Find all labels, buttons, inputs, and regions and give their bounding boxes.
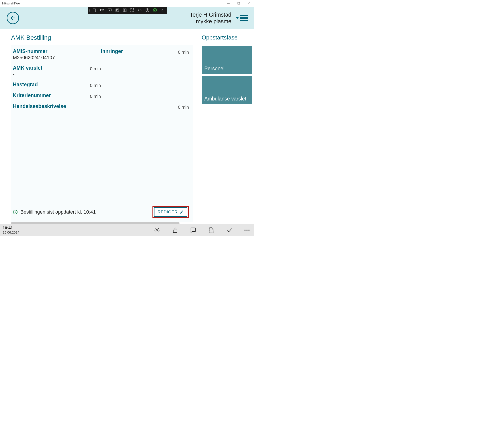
window-controls (223, 0, 254, 7)
clock-date: 25.06.2024 (3, 231, 19, 234)
edit-button[interactable]: REDIGER (154, 207, 187, 217)
settings-button[interactable] (154, 227, 160, 233)
svg-point-14 (153, 9, 157, 12)
chat-icon (190, 227, 196, 233)
lock-button[interactable] (172, 227, 179, 233)
user-name: Terje H Grimstad (190, 11, 231, 18)
hastegrad-label: Hastegrad (13, 82, 83, 88)
titlebar: Bliksund EWA (0, 0, 254, 7)
user-info: Terje H Grimstad mykke.plasme (190, 11, 231, 25)
svg-rect-10 (125, 9, 126, 12)
amk-varslet-label: AMK varslet (13, 65, 83, 71)
lock-icon (172, 227, 178, 233)
page-title: AMK Bestilling (11, 34, 193, 41)
clock: 10:41 25.06.2024 (3, 226, 19, 235)
svg-rect-5 (101, 9, 103, 11)
menu-button[interactable] (236, 15, 248, 21)
last-updated-text: Bestillingen sist oppdatert kl. 10:41 (20, 209, 150, 215)
gear-icon (154, 227, 160, 233)
info-icon (13, 210, 18, 215)
chevron-left-icon[interactable] (159, 7, 166, 13)
drag-handle-icon[interactable] (89, 9, 91, 12)
amis-label: AMIS-nummer (13, 48, 101, 54)
maximize-button[interactable] (233, 0, 244, 7)
close-button[interactable] (244, 0, 254, 7)
svg-rect-19 (173, 230, 177, 232)
clock-time: 10:41 (3, 226, 19, 231)
user-org: mykke.plasme (190, 18, 231, 25)
chat-button[interactable] (190, 227, 197, 233)
order-card: AMIS-nummer M25062024104107 Innringer 0 … (11, 45, 193, 222)
check-circle-icon[interactable] (151, 7, 158, 13)
app-header: Terje H Grimstad mykke.plasme (0, 7, 254, 29)
phase-title: Oppstartsfase (202, 34, 252, 41)
fullscreen-icon[interactable] (129, 7, 136, 13)
accessibility-toolbar (88, 7, 167, 14)
card-footer: Bestillingen sist oppdatert kl. 10:41 RE… (13, 204, 189, 220)
innringer-label: Innringer (101, 48, 171, 54)
hamburger-icon (240, 15, 248, 21)
document-button[interactable] (208, 227, 215, 233)
target-icon[interactable] (91, 7, 98, 13)
cursor-screen-icon[interactable] (106, 7, 113, 13)
caret-down-icon (236, 17, 239, 19)
amis-value: M25062024104107 (13, 55, 101, 61)
kriterienummer-label: Kriterienummer (13, 92, 83, 98)
hastegrad-time: 0 min (83, 82, 101, 88)
edit-button-highlight: REDIGER (152, 206, 189, 218)
brackets-icon[interactable] (136, 7, 143, 13)
svg-rect-11 (131, 9, 134, 12)
svg-rect-7 (116, 9, 118, 12)
innringer-time: 0 min (171, 48, 189, 55)
minimize-button[interactable] (223, 0, 233, 7)
hendelsesbeskrivelse-label: Hendelsesbeskrivelse (13, 103, 171, 109)
check-icon (226, 227, 233, 233)
thermometer-icon[interactable] (121, 7, 128, 13)
svg-rect-1 (238, 2, 240, 4)
back-button[interactable] (7, 12, 19, 24)
camera-icon[interactable] (99, 7, 106, 13)
window-title: Bliksund EWA (2, 2, 20, 5)
tile-personell[interactable]: Personell (202, 46, 252, 74)
status-bar: 10:41 25.06.2024 (0, 224, 254, 236)
tile-ambulanse-varslet[interactable]: Ambulanse varslet (202, 76, 252, 104)
accessibility-icon[interactable] (144, 7, 151, 13)
svg-rect-8 (117, 9, 118, 11)
svg-point-13 (147, 9, 148, 10)
more-button[interactable] (244, 230, 249, 231)
tile-label: Ambulanse varslet (204, 96, 246, 102)
window-icon[interactable] (114, 7, 121, 13)
svg-point-17 (15, 211, 16, 211)
tile-label: Personell (204, 66, 225, 72)
edit-button-label: REDIGER (158, 210, 178, 215)
kriterienummer-time: 0 min (83, 92, 101, 99)
hendelsesbeskrivelse-time: 0 min (171, 103, 189, 110)
document-icon (208, 227, 215, 233)
svg-point-18 (156, 229, 158, 231)
svg-rect-4 (93, 9, 95, 11)
svg-rect-9 (123, 9, 124, 12)
check-button[interactable] (226, 227, 233, 233)
pencil-icon (180, 210, 184, 214)
horizontal-scrollbar[interactable] (11, 222, 193, 224)
main-content: AMK Bestilling AMIS-nummer M250620241041… (0, 29, 254, 224)
amk-varslet-time: 0 min (83, 65, 101, 72)
amk-varslet-value: - (13, 72, 83, 77)
